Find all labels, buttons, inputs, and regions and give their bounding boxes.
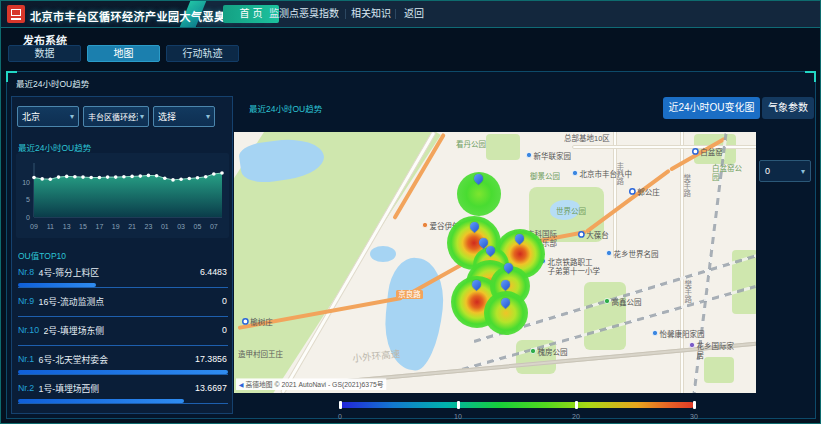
map-label-text: 御景公园 — [530, 172, 560, 181]
colorbar-gradient — [340, 402, 694, 408]
map-attribution-text: 高德地图 © 2021 AutoNavi - GS(2021)6375号 — [245, 379, 383, 389]
tab-map[interactable]: 地图 — [87, 45, 160, 62]
map-section-title: 最近24小时OU趋势 — [249, 102, 322, 115]
panel-title: 最近24小时OU趋势 — [16, 77, 89, 90]
colorbar-tick-label: 20 — [572, 413, 580, 421]
colorbar: 0102030 — [340, 402, 694, 422]
app-logo-icon — [7, 5, 25, 23]
site-select[interactable]: 选择 ▾ — [153, 106, 215, 127]
map-label: 总部基地10区 — [564, 134, 610, 143]
map-label: 造甲村回王庄 — [238, 350, 283, 359]
map-water-area — [370, 246, 396, 262]
map-label-text: 白盆窑 — [700, 148, 723, 157]
top10-row[interactable]: Nr.84号-筛分上料区6.4483 — [18, 263, 228, 292]
park-select[interactable]: 丰台区循环经济产 ▾ — [83, 106, 149, 127]
colorbar-tick-label: 30 — [690, 413, 698, 421]
map-layer-select-value: 0 — [765, 166, 770, 176]
colorbar-tick — [693, 401, 696, 409]
map-label: 郭公庄 — [629, 188, 660, 197]
metro-station-icon — [578, 231, 585, 238]
top10-row-text: Nr.21号-填埋场西侧13.6697 — [18, 379, 227, 395]
top10-row[interactable]: Nr.916号-流动监测点0 — [18, 292, 228, 321]
map-label-text: 花乡世界名园 — [614, 250, 659, 259]
map-label-text: 北京铁路职工 子弟第十一小学 — [548, 258, 601, 275]
main-panel: 最近24小时OU趋势 北京 ▾ 丰台区循环经济产 ▾ 选择 ▾ 最近24小时OU… — [6, 71, 816, 419]
top10-section-label: OU值TOP10 — [18, 249, 66, 262]
top10-value: 0 — [222, 325, 227, 335]
ou-trend-area-chart: 0510091113151719212301030507 — [16, 153, 229, 242]
top10-row-text: Nr.102号-填埋场东侧0 — [18, 321, 227, 337]
colorbar-tick-label: 10 — [454, 413, 462, 421]
logo-glyph-bar — [11, 18, 21, 20]
map-label-text: 樊羊路 — [682, 174, 690, 197]
svg-text:09: 09 — [30, 223, 38, 230]
metro-station-icon — [629, 188, 636, 195]
map-label-text: 怡馨康阳家园 — [660, 330, 705, 339]
map-label: 白盆窑 — [692, 148, 723, 157]
map-label: 丰科路 — [615, 162, 624, 185]
top10-row[interactable]: Nr.102号-填埋场东侧0 — [18, 321, 228, 350]
park-select-value: 丰台区循环经济产 — [88, 111, 138, 122]
top10-list: Nr.84号-筛分上料区6.4483Nr.916号-流动监测点0Nr.102号-… — [18, 263, 228, 408]
map-canvas[interactable]: ◀ 高德地图 © 2021 AutoNavi - GS(2021)6375号 看… — [234, 132, 756, 393]
nav-knowledge[interactable]: 相关知识 — [349, 5, 393, 23]
top10-row-text: Nr.16号-北天堂村委会17.3856 — [18, 350, 227, 366]
map-label: 御景公园 — [530, 172, 560, 181]
svg-text:03: 03 — [177, 223, 185, 230]
left-sidebar-card: 北京 ▾ 丰台区循环经济产 ▾ 选择 ▾ 最近24小时OU趋势 05100911… — [11, 96, 233, 414]
map-label: 花乡国际家居 — [689, 342, 739, 359]
top10-row[interactable]: Nr.16号-北天堂村委会17.3856 — [18, 350, 228, 379]
map-layer-select[interactable]: 0 ▾ — [759, 160, 811, 182]
top10-value: 0 — [222, 296, 227, 306]
map-label: 怡馨康阳家园 — [652, 330, 705, 339]
metro-station-icon — [692, 148, 699, 155]
nav-separator — [395, 9, 396, 19]
svg-text:13: 13 — [63, 223, 71, 230]
map-road — [613, 132, 617, 258]
header-bar: 北京市丰台区循环经济产业园大气恶臭状况实时 首 页 监测点恶臭指数 相关知识 返… — [1, 1, 820, 28]
svg-text:0: 0 — [26, 214, 30, 221]
top10-rank: Nr.2 — [18, 383, 34, 393]
colorbar-tick — [339, 401, 342, 409]
nav-back[interactable]: 返回 — [399, 5, 429, 23]
chevron-down-icon: ▾ — [70, 112, 74, 121]
colorbar-tick — [575, 401, 578, 409]
region-select[interactable]: 北京 ▾ — [17, 106, 79, 127]
poi-icon — [689, 342, 695, 348]
top10-bar-fill — [18, 283, 96, 287]
map-label: 看丹公园 — [456, 140, 486, 149]
top10-rank: Nr.1 — [18, 354, 34, 364]
map-label-text: 小外环高速 — [352, 349, 401, 365]
poi-icon — [606, 250, 612, 256]
region-select-value: 北京 — [22, 110, 40, 123]
nav-odor-index[interactable]: 监测点恶臭指数 — [265, 5, 343, 23]
svg-text:11: 11 — [47, 223, 54, 230]
map-road — [572, 145, 756, 149]
top10-site-name: 16号-流动监测点 — [39, 295, 218, 308]
map-label: 京良路 — [396, 290, 423, 299]
chevron-down-icon: ▾ — [140, 112, 144, 121]
weather-params-button[interactable]: 气象参数 — [762, 97, 814, 119]
poi-icon — [652, 330, 658, 336]
map-label-text: 世界公园 — [556, 207, 586, 216]
top10-bar-track — [18, 374, 228, 375]
map-attribution: ◀ 高德地图 © 2021 AutoNavi - GS(2021)6375号 — [236, 378, 386, 390]
top10-row[interactable]: Nr.21号-填埋场西侧13.6697 — [18, 379, 228, 408]
map-label-text: 榆树庄 — [250, 318, 273, 327]
top10-row-text: Nr.916号-流动监测点0 — [18, 292, 227, 308]
map-label-text: 新华联家园 — [534, 152, 572, 161]
tab-data[interactable]: 数据 — [8, 45, 81, 62]
tab-trajectory[interactable]: 行动轨迹 — [166, 45, 239, 62]
trend-section-label: 最近24小时OU趋势 — [18, 141, 91, 154]
poi-icon — [530, 348, 536, 354]
top10-bar-track — [18, 287, 228, 288]
top10-site-name: 2号-填埋场东侧 — [43, 324, 217, 337]
map-label: 樊羊路 — [683, 280, 692, 303]
map-label-text: 槐房公园 — [538, 348, 568, 357]
svg-text:17: 17 — [96, 223, 104, 230]
colorbar-tick — [457, 401, 460, 409]
map-label-text: 花乡国际家居 — [697, 342, 740, 359]
svg-text:15: 15 — [79, 223, 87, 230]
svg-text:01: 01 — [161, 223, 169, 230]
ou-change-map-button[interactable]: 近24小时OU变化图 — [663, 97, 760, 119]
